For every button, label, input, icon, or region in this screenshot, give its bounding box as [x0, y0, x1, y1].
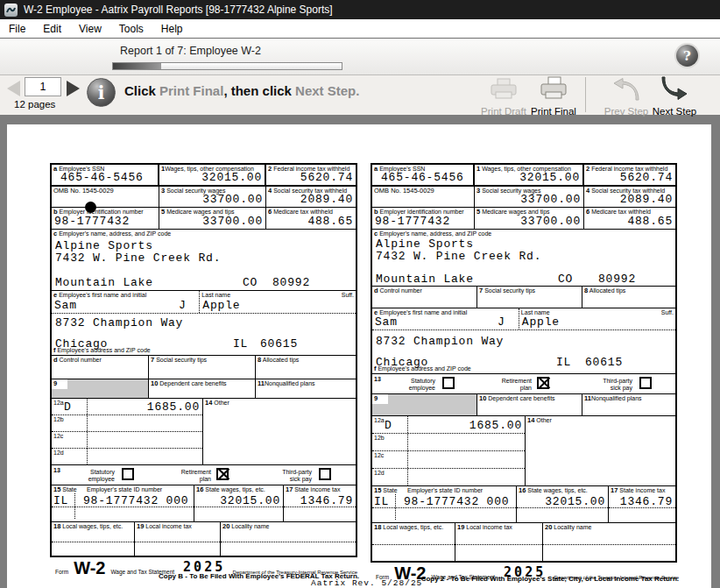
state-wages-value: 32015.00 [545, 495, 605, 508]
box-a-ssn: a Employee's SSN 465-46-5456 [52, 165, 159, 185]
box-6-medicare-tax: 6 Medicare tax withheld 488.65 [584, 208, 675, 229]
retirement-label2: plan [520, 385, 532, 391]
statutory-checkbox [442, 377, 455, 389]
prev-page-button[interactable] [7, 81, 20, 96]
app-icon [4, 4, 18, 17]
fed-tax-value: 5620.74 [300, 171, 353, 184]
mouse-cursor [85, 202, 96, 213]
box-12-group: 12a D 1685.00 12b 12c 12d [52, 399, 203, 464]
box-label: Allocated tips [263, 357, 300, 363]
box-id: 14 [205, 399, 212, 407]
box-label: Locality name [231, 523, 269, 529]
report-header: Report 1 of 7: Employee W-2 ? [0, 38, 720, 75]
help-button[interactable]: ? [676, 45, 698, 67]
box-id: 12b [374, 435, 385, 442]
box-label: Dependent care benefits [159, 380, 226, 386]
box-id: 17 [611, 486, 618, 494]
box-id: 16 [519, 486, 526, 494]
state-wages-value: 32015.00 [220, 494, 280, 507]
box-id: 17 [286, 485, 293, 493]
box-9-shaded: 9 [372, 394, 477, 415]
box-label: Employer's name, address, and ZIP code [379, 230, 491, 237]
box-id: 9 [372, 394, 388, 404]
prev-step-button[interactable]: Prev Step [600, 78, 653, 117]
suffix-label: Suff. [342, 292, 356, 299]
box-id: 11 [584, 394, 591, 402]
thirdparty-label2: sick pay [611, 385, 632, 391]
employer-name: Alpine Sports [376, 237, 474, 251]
box-id: 7 [479, 287, 483, 294]
print-draft-button[interactable]: Print Draft [477, 78, 530, 117]
last-name-value: Apple [522, 315, 560, 329]
box-10-dependent-care: 10 Dependent care benefits [477, 394, 582, 415]
next-step-button[interactable]: Next Step [648, 76, 701, 117]
next-step-label: Next Step [648, 106, 701, 117]
ss-wages-value: 33700.00 [520, 193, 581, 206]
box-3-ss-wages: 3 Social security wages 33700.00 [159, 187, 266, 207]
instruction-text: Click Print Final, then click Next Step. [124, 83, 359, 98]
menu-item-tools[interactable]: Tools [110, 21, 152, 37]
thirdparty-checkbox [639, 377, 652, 389]
box-label: Social security tips [156, 357, 207, 363]
box-label: Allocated tips [589, 287, 626, 294]
copy-2-label: Copy 2 - To Be Filed With Employee's Sta… [371, 575, 679, 583]
window-title: W-2 Employee - Aatrix Payroll Reports [9… [24, 4, 333, 16]
box-8-allocated-tips: 8 Allocated tips [256, 356, 356, 379]
box-id: 18 [53, 522, 60, 530]
box-f-employee-address: 8732 Champion Way Chicago IL 60615 f Emp… [372, 330, 675, 374]
initial-value: J [498, 315, 505, 329]
employee-street: 8732 Champion Way [55, 316, 183, 329]
box-id: 12c [374, 452, 384, 459]
state-id-value: 98-1777432 000 [83, 494, 188, 507]
box-4-ss-tax: 4 Social security tax withheld 2089.40 [584, 187, 675, 207]
menu-item-help[interactable]: Help [152, 21, 192, 37]
box-id: 19 [137, 522, 144, 530]
thirdparty-label: Third-party [282, 469, 312, 475]
print-final-button[interactable]: Print Final [527, 76, 580, 117]
menu-item-view[interactable]: View [70, 21, 110, 37]
box-id: a [374, 165, 378, 173]
question-icon: ? [683, 48, 691, 64]
medicare-tax-value: 488.65 [627, 215, 673, 228]
menu-bar: File Edit View Tools Help [0, 19, 720, 38]
box-label: State wages, tips, etc. [527, 487, 587, 493]
box-id: 15 [374, 486, 381, 494]
menu-item-edit[interactable]: Edit [34, 21, 70, 37]
box-label: Social security tips [484, 287, 535, 294]
box-b-ein: b Employer identification number 98-1777… [52, 208, 159, 229]
box-1-wages: 1 Wages, tips, other compensation 32015.… [475, 165, 584, 185]
employer-zip: 80992 [272, 276, 310, 289]
state-label: State [62, 486, 76, 492]
box12a-amount: 1685.00 [469, 419, 522, 432]
box-19-local-tax: 19 Local income tax [455, 523, 543, 561]
box-id: 18 [374, 523, 381, 531]
box-label: Local wages, tips, etc. [383, 524, 443, 530]
box-id: 5 [476, 208, 480, 216]
box-label: Local income tax [466, 524, 512, 530]
prev-step-label: Prev Step [600, 106, 653, 117]
suffix-label: Suff. [661, 309, 675, 316]
box-id: 20 [222, 522, 229, 530]
box-14-other: 14 Other [526, 416, 675, 485]
box-13-checkboxes: 13 Statutoryemployee Retirementplan Thir… [372, 374, 675, 394]
employer-street: 7432 W. Pine Creek Rd. [376, 250, 541, 263]
toolbar-separator [585, 77, 586, 112]
box12a-code: D [385, 419, 392, 432]
box-id: 3 [161, 187, 165, 195]
box-label: State income tax [294, 486, 340, 492]
print-final-label: Print Final [527, 106, 580, 117]
box-e-name: e Employee's first name and initial Sam … [372, 308, 675, 330]
retirement-checkbox [537, 377, 549, 389]
employer-state: CO [243, 276, 258, 289]
progress-bar [112, 62, 342, 70]
printer-icon [488, 78, 519, 101]
last-name-label: Last name [201, 292, 339, 299]
box-c-employer: c Employer's name, address, and ZIP code… [52, 230, 356, 291]
page-number-input[interactable] [25, 77, 61, 96]
statutory-label2: employee [409, 385, 435, 391]
next-page-button[interactable] [67, 81, 80, 96]
box12a-amount: 1685.00 [147, 400, 200, 414]
box-17-state-tax: 17 State income tax 1346.79 [284, 485, 356, 521]
box-id: 6 [268, 208, 272, 216]
menu-item-file[interactable]: File [0, 21, 34, 37]
